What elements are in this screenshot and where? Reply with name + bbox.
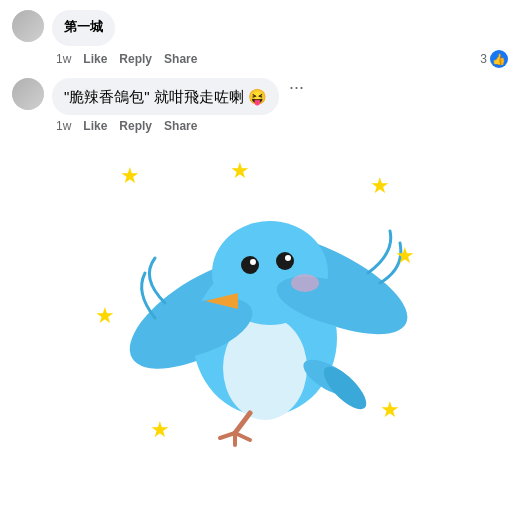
reply-button[interactable]: Reply <box>119 52 152 66</box>
comment-bubble: "脆辣香鴿包" 就咁飛走咗喇 😝 <box>52 78 279 115</box>
svg-line-16 <box>220 433 235 438</box>
comment-text: "脆辣香鴿包" 就咁飛走咗喇 😝 <box>64 86 267 107</box>
comment-time: 1w <box>56 52 71 66</box>
svg-point-12 <box>291 274 319 292</box>
svg-point-10 <box>276 252 294 270</box>
star-icon: ★ <box>150 417 170 443</box>
star-icon: ★ <box>230 158 250 184</box>
bird-image-container: ★ ★ ★ ★ ★ ★ ★ <box>12 143 508 463</box>
bird-illustration: ★ ★ ★ ★ ★ ★ ★ <box>90 153 430 453</box>
star-icon: ★ <box>370 173 390 199</box>
svg-line-15 <box>235 413 250 433</box>
comment-body: 第一城 1w Like Reply Share 3 👍 <box>52 10 508 68</box>
like-count: 3 👍 <box>480 50 508 68</box>
star-icon: ★ <box>120 163 140 189</box>
star-icon: ★ <box>395 243 415 269</box>
avatar <box>12 10 44 42</box>
comment-section: 第一城 1w Like Reply Share 3 👍 <box>0 0 520 473</box>
star-icon: ★ <box>95 303 115 329</box>
star-icon: ★ <box>380 397 400 423</box>
svg-point-9 <box>250 259 256 265</box>
svg-line-18 <box>235 433 250 440</box>
share-button[interactable]: Share <box>164 52 197 66</box>
comment-time: 1w <box>56 119 71 133</box>
comment-bubble: 第一城 <box>52 10 115 46</box>
like-count-number: 3 <box>480 52 487 66</box>
more-options-button[interactable]: ··· <box>285 78 308 96</box>
comment-actions: 1w Like Reply Share <box>52 119 508 133</box>
commenter-name: 第一城 <box>64 18 103 36</box>
like-icon: 👍 <box>490 50 508 68</box>
svg-point-8 <box>241 256 259 274</box>
like-button[interactable]: Like <box>83 119 107 133</box>
svg-point-11 <box>285 255 291 261</box>
avatar <box>12 78 44 110</box>
like-button[interactable]: Like <box>83 52 107 66</box>
comment-body: "脆辣香鴿包" 就咁飛走咗喇 😝 ··· 1w Like Reply Share <box>52 78 508 133</box>
share-button[interactable]: Share <box>164 119 197 133</box>
comment-item: 第一城 1w Like Reply Share 3 👍 <box>12 10 508 68</box>
reply-button[interactable]: Reply <box>119 119 152 133</box>
comment-actions: 1w Like Reply Share 3 👍 <box>52 50 508 68</box>
comment-item: "脆辣香鴿包" 就咁飛走咗喇 😝 ··· 1w Like Reply Share <box>12 78 508 133</box>
